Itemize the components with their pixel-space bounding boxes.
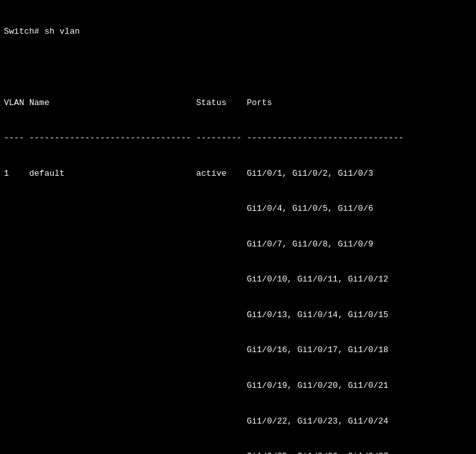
- line-2: [4, 62, 472, 73]
- vlan-1-line6: Gi1/0/16, Gi1/0/17, Gi1/0/18: [4, 344, 472, 356]
- vlan-1-line5: Gi1/0/13, Gi1/0/14, Gi1/0/15: [4, 309, 472, 321]
- vlan-divider: ---- -------------------------------- --…: [4, 132, 472, 144]
- vlan-header: VLAN Name Status Ports: [4, 97, 472, 109]
- vlan-1-line4: Gi1/0/10, Gi1/0/11, Gi1/0/12: [4, 274, 472, 285]
- line-1: Switch# sh vlan: [4, 26, 472, 38]
- vlan-1-line8: Gi1/0/22, Gi1/0/23, Gi1/0/24: [4, 416, 472, 427]
- vlan-1-line1: 1 default active Gi1/0/1, Gi1/0/2, Gi1/0…: [4, 168, 472, 180]
- vlan-1-line7: Gi1/0/19, Gi1/0/20, Gi1/0/21: [4, 380, 472, 392]
- vlan-1-line9: Gi1/0/25, Gi1/0/26, Gi1/0/27: [4, 451, 472, 454]
- vlan-1-line2: Gi1/0/4, Gi1/0/5, Gi1/0/6: [4, 203, 472, 215]
- vlan-1-line3: Gi1/0/7, Gi1/0/8, Gi1/0/9: [4, 239, 472, 250]
- terminal-window: Switch# sh vlan VLAN Name Status Ports -…: [0, 0, 476, 454]
